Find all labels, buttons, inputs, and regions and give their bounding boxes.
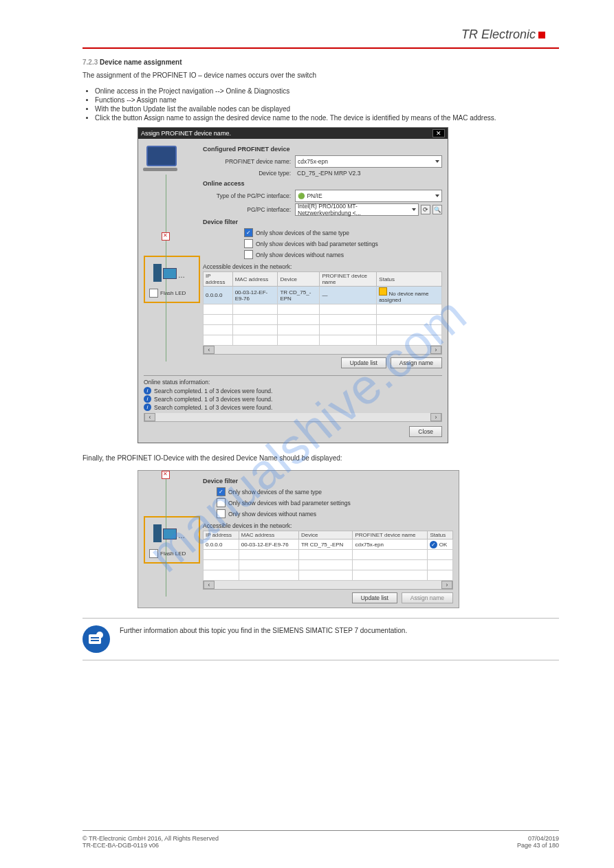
brand-square-icon — [538, 32, 545, 38]
section-heading: 7.2.3 Device name assignment — [83, 58, 559, 66]
assign-name-dialog: Assign PROFINET device name. ✕ … Flash L… — [138, 127, 448, 443]
info-icon: i — [144, 395, 151, 403]
devices-table[interactable]: IP addressMAC addressDevicePROFINET devi… — [203, 271, 442, 346]
filter-no-names-label: Only show devices without names — [228, 511, 316, 518]
chevron-down-icon[interactable] — [435, 160, 439, 163]
table-scrollbar[interactable]: ‹› — [203, 346, 442, 355]
assign-name-button: Assign name — [402, 592, 453, 603]
flash-led-checkbox[interactable] — [149, 289, 158, 298]
info-icon: i — [144, 387, 151, 394]
filter-same-type-label: Only show devices of the same type — [228, 489, 322, 496]
device-filter-heading: Device filter — [203, 219, 442, 225]
device-filter-heading: Device filter — [203, 478, 453, 485]
flash-led-label: Flash LED — [160, 550, 186, 557]
flash-led-label: Flash LED — [160, 290, 186, 296]
table-row — [204, 315, 442, 325]
status-message: iSearch completed. 1 of 3 devices were f… — [144, 403, 442, 411]
filter-same-type-checkbox[interactable] — [217, 487, 226, 496]
filter-same-type-checkbox[interactable] — [244, 228, 253, 237]
info-icon: i — [144, 403, 151, 411]
ok-icon: ✓ — [430, 541, 437, 548]
svg-rect-3 — [91, 640, 99, 641]
svg-rect-2 — [91, 637, 99, 638]
close-icon[interactable]: ✕ — [432, 129, 445, 137]
result-panel: … Flash LED Device filter Only show devi… — [138, 470, 459, 608]
dialog-titlebar: Assign PROFINET device name. ✕ — [138, 128, 448, 139]
page-footer: © TR-Electronic GmbH 2016, All Rights Re… — [0, 830, 614, 849]
table-scrollbar[interactable]: ‹› — [203, 581, 453, 590]
filter-no-names-checkbox[interactable] — [244, 250, 253, 259]
copyright: © TR-Electronic GmbH 2016, All Rights Re… — [83, 835, 219, 842]
assign-name-button[interactable]: Assign name — [391, 357, 442, 368]
pgpc-type-select[interactable]: 🟢 PN/IE — [295, 190, 442, 202]
device-type-value: CD_75_-EPN MRP V2.3 — [295, 169, 442, 177]
page-number: Page 43 of 180 — [517, 842, 559, 849]
accessible-devices-label: Accessible devices in the network: — [203, 263, 442, 270]
table-row[interactable]: 0.0.0.000-03-12-EF-E9-76TR CD_75_-EPN— N… — [204, 287, 442, 304]
manual-icon — [83, 625, 110, 653]
profinet-name-input[interactable]: cdx75x-epn — [295, 155, 442, 168]
status-message: iSearch completed. 1 of 3 devices were f… — [144, 395, 442, 403]
accessible-devices-label: Accessible devices in the network: — [203, 522, 453, 529]
close-button[interactable]: Close — [409, 426, 442, 437]
profinet-name-label: PROFINET device name: — [203, 158, 295, 165]
configured-heading: Configured PROFINET device — [203, 146, 442, 153]
filter-no-names-checkbox[interactable] — [217, 509, 226, 518]
error-badge-icon — [162, 232, 170, 241]
result-paragraph: Finally, the PROFINET IO-Device with the… — [83, 453, 559, 463]
search-icon[interactable]: 🔍 — [432, 205, 442, 214]
filter-bad-params-label: Only show devices with bad parameter set… — [228, 500, 351, 507]
steps-list: Online access in the Project navigation … — [83, 87, 559, 122]
table-row[interactable]: 0.0.0.000-03-12-EF-E9-76TR CD_75_-EPNcdx… — [204, 539, 453, 550]
device-type-label: Device type: — [203, 170, 295, 177]
flash-led-checkbox[interactable] — [149, 549, 158, 558]
dialog-title: Assign PROFINET device name. — [141, 130, 231, 137]
update-list-button[interactable]: Update list — [341, 357, 386, 368]
chevron-down-icon[interactable] — [412, 208, 416, 211]
refresh-icon[interactable]: ⟳ — [421, 205, 430, 214]
print-date: 07/04/2019 — [528, 835, 559, 842]
device-icon: … — [153, 261, 181, 282]
device-highlight-box: … Flash LED — [144, 516, 200, 564]
table-row — [204, 325, 442, 335]
table-row — [204, 570, 453, 581]
note-text: Further information about this topic you… — [120, 625, 407, 636]
laptop-icon — [146, 146, 185, 173]
table-row — [204, 560, 453, 570]
warning-icon — [379, 287, 387, 296]
filter-bad-params-checkbox[interactable] — [244, 239, 253, 248]
filter-bad-params-checkbox[interactable] — [217, 498, 226, 507]
filter-bad-params-label: Only show devices with bad parameter set… — [256, 241, 378, 247]
status-message: iSearch completed. 1 of 3 devices were f… — [144, 387, 442, 394]
update-list-button[interactable]: Update list — [352, 592, 397, 603]
table-row — [204, 550, 453, 560]
intro-paragraph: The assignment of the PROFINET IO – devi… — [83, 70, 559, 80]
chevron-down-icon[interactable] — [435, 194, 439, 197]
status-heading: Online status information: — [144, 379, 442, 386]
pgpc-type-label: Type of the PG/PC interface: — [203, 192, 295, 199]
doc-id: TR-ECE-BA-DGB-0119 v06 — [83, 842, 159, 849]
table-row — [204, 304, 442, 315]
pgpc-if-select[interactable]: Intel(R) PRO/1000 MT-Netzwerkverbindung … — [295, 203, 419, 216]
header-divider — [83, 47, 559, 49]
note-block: Further information about this topic you… — [83, 618, 559, 660]
table-row — [204, 335, 442, 346]
pgpc-if-label: PG/PC interface: — [203, 206, 295, 213]
device-highlight-box: … Flash LED — [144, 256, 200, 303]
filter-same-type-label: Only show devices of the same type — [256, 230, 349, 236]
devices-table[interactable]: IP addressMAC addressDevicePROFINET devi… — [203, 531, 453, 581]
status-scrollbar[interactable]: ‹› — [144, 413, 442, 422]
device-icon: … — [153, 522, 181, 542]
filter-no-names-label: Only show devices without names — [256, 252, 344, 258]
error-badge-icon — [162, 471, 170, 479]
brand-logo-area: TR Electronic — [83, 27, 559, 47]
online-access-heading: Online access — [203, 180, 442, 187]
